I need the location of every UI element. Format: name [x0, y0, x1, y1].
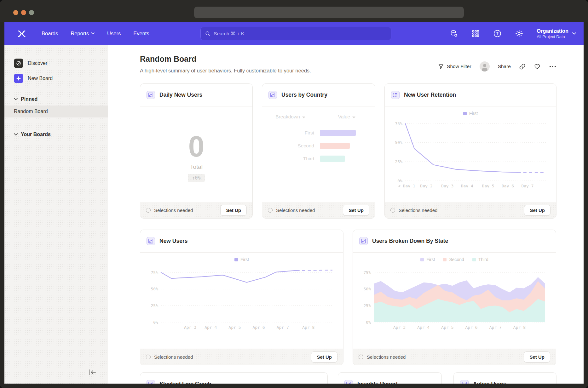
- card-title: Active Users: [473, 381, 506, 384]
- svg-text:Day 3: Day 3: [441, 184, 453, 188]
- favorite-button[interactable]: [534, 63, 541, 70]
- stacked-area-chart: 75%50%25%0%Apr 3Apr 4Apr 5Apr 6Apr 7Apr …: [358, 263, 551, 330]
- card-stacked-line-graph: Stacked Line Graph: [140, 372, 328, 384]
- card-footer: Selections needed Set Up: [353, 349, 556, 365]
- card-title: New Users: [159, 238, 188, 244]
- app-window: Boards Reports Users Events ?: [0, 0, 588, 388]
- svg-text:Day 4: Day 4: [461, 184, 473, 188]
- metric-value: 0: [188, 134, 204, 160]
- help-icon[interactable]: ?: [493, 29, 502, 38]
- card-title: New User Retention: [404, 92, 456, 98]
- browser-address-bar[interactable]: [194, 7, 464, 18]
- card-header: New Users: [140, 230, 343, 253]
- svg-text:0%: 0%: [153, 320, 158, 325]
- heart-icon: [534, 63, 541, 70]
- svg-text:Apr 7: Apr 7: [489, 325, 502, 330]
- svg-text:75%: 75%: [395, 121, 403, 126]
- svg-text:Day 6: Day 6: [502, 184, 514, 188]
- page-title: Random Board: [140, 54, 196, 64]
- sidebar-item-random-board[interactable]: Random Board: [4, 106, 108, 117]
- svg-text:Apr 8: Apr 8: [302, 325, 314, 330]
- window-zoom-button[interactable]: [29, 10, 34, 15]
- bar-chart-preview: FirstSecondThird: [262, 130, 375, 162]
- search-input[interactable]: [214, 31, 387, 37]
- organization-switcher[interactable]: Organization All Project Data: [537, 28, 576, 39]
- share-button[interactable]: Share: [498, 64, 511, 69]
- nav-item-boards[interactable]: Boards: [42, 31, 58, 37]
- global-search[interactable]: [200, 27, 391, 40]
- filter-funnel-icon: [438, 64, 444, 70]
- top-navbar: Boards Reports Users Events ?: [4, 22, 584, 45]
- chart-legend: First Second Third: [353, 257, 556, 262]
- legend-item: Second: [443, 257, 464, 262]
- legend-item: Third: [472, 257, 488, 262]
- svg-text:0%: 0%: [366, 320, 371, 325]
- card-insights-report: Insights Report: [338, 372, 442, 384]
- sidebar-item-discover[interactable]: Discover: [4, 57, 108, 70]
- set-up-button[interactable]: Set Up: [311, 351, 337, 362]
- nav-item-events[interactable]: Events: [133, 31, 149, 37]
- new-users-line-chart: 75%50%25%0%Apr 3Apr 4Apr 5Apr 6Apr 7Apr …: [145, 263, 338, 330]
- legend-swatch: [472, 258, 476, 261]
- nav-item-label: Reports: [71, 31, 89, 37]
- status-circle-icon: [146, 355, 151, 359]
- avatar[interactable]: [480, 61, 490, 71]
- sidebar-item-new-board[interactable]: New Board: [4, 72, 108, 85]
- svg-text:50%: 50%: [395, 140, 403, 145]
- line-chart-icon: [460, 380, 469, 384]
- nav-item-label: Events: [133, 31, 149, 37]
- show-filter-button[interactable]: Show Filter: [438, 64, 471, 70]
- status-text: Selections needed: [154, 354, 308, 360]
- window-minimize-button[interactable]: [21, 10, 26, 15]
- apps-grid-icon[interactable]: [471, 29, 480, 38]
- data-management-icon[interactable]: [450, 29, 458, 38]
- set-up-button[interactable]: Set Up: [220, 205, 247, 216]
- copy-link-button[interactable]: [519, 63, 526, 70]
- line-chart-icon: [147, 91, 155, 99]
- card-active-users: Active Users: [453, 372, 556, 384]
- sidebar-section-pinned[interactable]: Pinned: [4, 95, 108, 103]
- legend-label: Second: [449, 257, 464, 262]
- legend-label: Third: [478, 257, 488, 262]
- sidebar: Discover New Board Pinned Random Board Y…: [4, 45, 108, 384]
- chevron-down-icon: [14, 133, 18, 136]
- mixpanel-logo-icon[interactable]: [17, 29, 26, 38]
- nav-item-users[interactable]: Users: [107, 31, 121, 37]
- ghost-dropdowns: Breakdown Value: [262, 114, 375, 120]
- line-chart-icon: [147, 237, 155, 245]
- metric-label: Total: [190, 163, 203, 170]
- status-text: Selections needed: [154, 208, 217, 213]
- organization-project: All Project Data: [537, 34, 568, 39]
- card-title: Stacked Line Graph: [159, 381, 211, 384]
- chevron-down-icon: [572, 32, 576, 35]
- dropdown-label: Value: [338, 114, 350, 119]
- card-users-by-country: Users by Country Breakdown Value FirstSe…: [262, 83, 375, 219]
- card-new-user-retention: New User Retention First 75%50%25%0%< Da…: [384, 83, 556, 219]
- nav-item-label: Users: [107, 31, 121, 37]
- set-up-button[interactable]: Set Up: [524, 205, 551, 216]
- chart-legend: First: [140, 257, 343, 262]
- svg-text:Apr 8: Apr 8: [513, 325, 526, 330]
- card-header: Users Broken Down By State: [353, 230, 556, 253]
- sidebar-item-label: Random Board: [14, 109, 48, 114]
- status-circle-icon: [268, 208, 273, 213]
- settings-gear-icon[interactable]: [515, 29, 523, 38]
- set-up-button[interactable]: Set Up: [343, 205, 369, 216]
- set-up-button[interactable]: Set Up: [524, 351, 550, 362]
- more-options-button[interactable]: [549, 65, 556, 68]
- card-footer: Selections needed Set Up: [140, 349, 343, 365]
- sidebar-section-your-boards[interactable]: Your Boards: [4, 131, 108, 138]
- sidebar-collapse-button[interactable]: [88, 369, 97, 377]
- chevron-down-icon: [302, 117, 305, 118]
- window-close-button[interactable]: [13, 10, 18, 15]
- legend-item: First: [420, 257, 435, 262]
- line-chart-icon: [268, 91, 277, 99]
- legend-swatch: [443, 258, 447, 261]
- nav-item-reports[interactable]: Reports: [71, 31, 95, 37]
- sidebar-item-label: Discover: [28, 60, 47, 66]
- svg-text:Apr 3: Apr 3: [184, 325, 196, 330]
- svg-text:?: ?: [496, 31, 499, 36]
- chevron-down-icon: [14, 98, 18, 100]
- svg-text:Apr 4: Apr 4: [205, 325, 217, 330]
- show-filter-label: Show Filter: [447, 64, 471, 69]
